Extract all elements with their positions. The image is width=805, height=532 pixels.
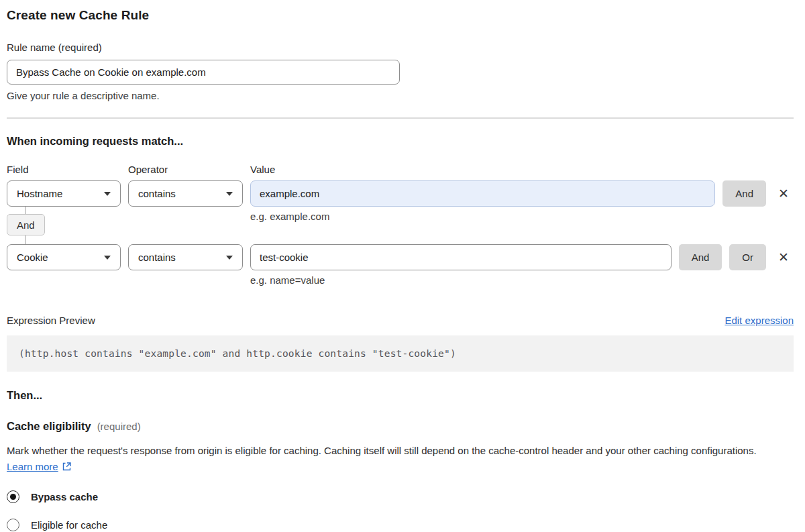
field-select[interactable]: Cookie — [7, 244, 121, 270]
radio-option-bypass-cache[interactable]: Bypass cache — [7, 490, 794, 503]
radio-selected-icon[interactable] — [7, 490, 19, 503]
chevron-down-icon — [104, 192, 111, 196]
rule-name-input[interactable] — [7, 60, 400, 85]
rule-name-label: Rule name (required) — [7, 42, 794, 53]
external-link-icon — [62, 462, 72, 472]
cache-eligibility-heading: Cache eligibility — [7, 420, 91, 433]
condition-row: Hostname contains And ✕ — [7, 180, 794, 207]
radio-unselected-icon[interactable] — [7, 519, 19, 531]
value-hint: e.g. name=value — [250, 274, 794, 286]
value-input[interactable] — [250, 180, 715, 207]
radio-label: Eligible for cache — [31, 519, 107, 531]
condition-row: Cookie contains And Or ✕ — [7, 244, 794, 270]
operator-select-value: contains — [138, 188, 176, 199]
or-button[interactable]: Or — [729, 244, 766, 270]
connector-zone: And — [7, 207, 250, 244]
chevron-down-icon — [226, 192, 233, 196]
rule-name-helper: Give your rule a descriptive name. — [7, 90, 794, 101]
value-hint: e.g. example.com — [250, 211, 329, 222]
field-select-value: Cookie — [17, 252, 48, 263]
learn-more-link[interactable]: Learn more — [7, 461, 58, 472]
field-column-label: Field — [7, 164, 121, 175]
radio-label: Bypass cache — [31, 491, 98, 502]
and-button[interactable]: And — [722, 180, 766, 207]
connector-line — [25, 235, 25, 244]
condition-column-headers: Field Operator Value — [7, 164, 794, 175]
expression-preview-header: Expression Preview Edit expression — [7, 315, 794, 326]
cache-eligibility-heading-row: Cache eligibility (required) — [7, 420, 794, 433]
chevron-down-icon — [104, 256, 111, 260]
operator-select[interactable]: contains — [128, 180, 243, 207]
value-input[interactable] — [250, 244, 672, 270]
operator-select-value: contains — [138, 252, 176, 263]
page-title: Create new Cache Rule — [7, 8, 794, 23]
connector-line — [25, 207, 25, 214]
connector-and-button[interactable]: And — [7, 214, 45, 235]
radio-option-eligible-for-cache[interactable]: Eligible for cache — [7, 519, 794, 531]
description-text: Mark whether the request's response from… — [7, 445, 757, 456]
close-icon[interactable]: ✕ — [773, 180, 794, 207]
section-divider — [7, 117, 794, 119]
edit-expression-link[interactable]: Edit expression — [724, 315, 794, 326]
then-heading: Then... — [7, 389, 794, 402]
cache-eligibility-description: Mark whether the request's response from… — [7, 443, 785, 475]
required-note: (required) — [97, 421, 141, 432]
expression-preview-label: Expression Preview — [7, 315, 95, 326]
chevron-down-icon — [226, 256, 233, 260]
field-select[interactable]: Hostname — [7, 180, 121, 207]
operator-select[interactable]: contains — [128, 244, 243, 270]
operator-column-label: Operator — [128, 164, 243, 175]
connector-stack: And — [7, 207, 250, 244]
value-column-label: Value — [250, 164, 794, 175]
row-1-footer: And e.g. example.com — [7, 207, 794, 244]
field-select-value: Hostname — [17, 188, 62, 199]
match-heading: When incoming requests match... — [7, 135, 794, 148]
and-button[interactable]: And — [679, 244, 722, 270]
create-cache-rule-form: Create new Cache Rule Rule name (require… — [0, 0, 805, 531]
close-icon[interactable]: ✕ — [773, 244, 794, 270]
expression-code: (http.host contains "example.com" and ht… — [7, 335, 794, 372]
